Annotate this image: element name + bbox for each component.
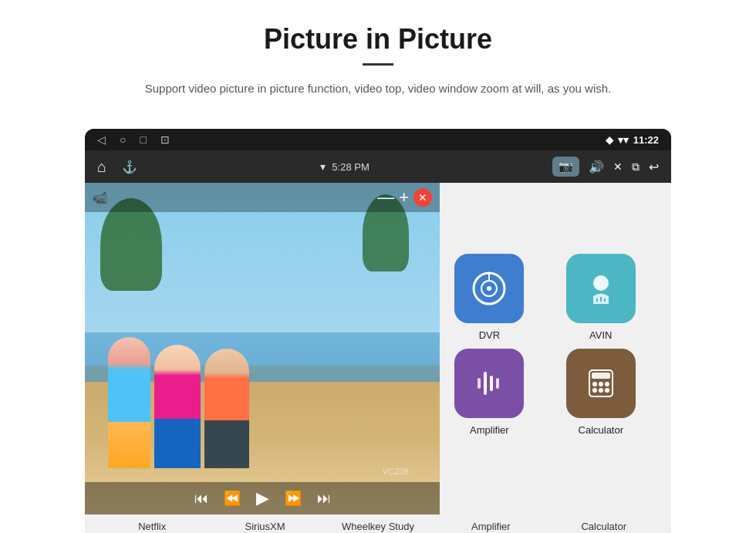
status-bar-right: ◆ ▾▾ 11:22 — [606, 134, 659, 146]
app-bar-right: 📷 🔊 ✕ ⧉ ↩ — [552, 157, 659, 177]
person-3 — [204, 349, 249, 468]
rewind-btn[interactable]: ⏪ — [224, 490, 241, 507]
calculator-icon — [566, 349, 636, 418]
pip-close-icon: ✕ — [418, 191, 427, 204]
calculator-label: Calculator — [579, 424, 624, 436]
svg-rect-11 — [496, 378, 499, 389]
status-time: 11:22 — [633, 134, 659, 146]
pip-button[interactable]: ⧉ — [632, 160, 640, 174]
pip-camera-icon: 📹 — [93, 191, 108, 205]
amplifier-bottom-label: Amplifier — [471, 521, 511, 532]
status-bar: ◁ ○ □ ⊡ ◆ ▾▾ 11:22 — [85, 129, 671, 150]
close-button[interactable]: ✕ — [613, 160, 623, 173]
svg-point-18 — [599, 388, 603, 393]
app-bar-center: ▾ 5:28 PM — [320, 160, 369, 173]
svg-rect-13 — [592, 373, 610, 379]
cast-nav-icon[interactable]: ⊡ — [160, 133, 170, 146]
amplifier-label: Amplifier — [470, 424, 509, 436]
bottom-label-calculator[interactable]: Calculator — [550, 521, 658, 532]
status-bar-nav: ◁ ○ □ ⊡ — [97, 133, 170, 146]
person-2 — [154, 345, 201, 468]
pip-close-btn[interactable]: ✕ — [413, 188, 432, 207]
back-nav-icon[interactable]: ◁ — [97, 133, 106, 146]
app-bar: ⌂ ⚓ ▾ 5:28 PM 📷 🔊 ✕ ⧉ ↩ — [85, 150, 671, 183]
device-frame: ◁ ○ □ ⊡ ◆ ▾▾ 11:22 ⌂ ⚓ ▾ 5:28 PM 📷 🔊 ✕ ⧉… — [85, 129, 671, 533]
svg-point-14 — [592, 382, 597, 386]
netflix-bottom-label: Netflix — [138, 521, 166, 532]
bottom-label-amplifier[interactable]: Amplifier — [437, 521, 545, 532]
avin-label: AVIN — [589, 329, 612, 341]
pip-size-controls: — + ✕ — [377, 187, 432, 207]
bottom-labels: Netflix SiriusXM Wheelkey Study Amplifie… — [85, 514, 671, 533]
svg-rect-9 — [490, 376, 493, 391]
app-item-calculator[interactable]: Calculator — [549, 349, 653, 436]
home-nav-icon[interactable]: ○ — [120, 133, 126, 146]
wifi-icon: ▾ — [320, 160, 326, 173]
app-item-avin[interactable]: AVIN — [549, 254, 653, 341]
people-area — [108, 329, 424, 468]
usb-icon: ⚓ — [122, 160, 137, 174]
title-divider — [363, 63, 393, 66]
pip-control-bar: ⏮ ⏪ ▶ ⏩ ⏭ — [85, 482, 440, 514]
svg-point-4 — [593, 275, 609, 291]
home-icon[interactable]: ⌂ — [97, 158, 106, 176]
siriusxm-bottom-label: SiriusXM — [245, 521, 285, 532]
wheelkey-bottom-label: Wheelkey Study — [342, 521, 414, 532]
page-subtitle: Support video picture in picture functio… — [77, 79, 679, 98]
appbar-time: 5:28 PM — [332, 161, 369, 173]
back-button[interactable]: ↩ — [649, 160, 659, 174]
bottom-label-siriusxm[interactable]: SiriusXM — [211, 521, 319, 532]
app-item-dvr[interactable]: DVR — [437, 254, 541, 341]
bottom-label-wheelkey[interactable]: Wheelkey Study — [324, 521, 432, 532]
camera-button[interactable]: 📷 — [552, 157, 579, 177]
main-content: ○ — [85, 183, 671, 514]
svg-point-19 — [605, 388, 609, 393]
recent-nav-icon[interactable]: □ — [140, 133, 146, 146]
play-btn[interactable]: ▶ — [256, 488, 269, 508]
wifi-status-icon: ▾▾ — [618, 134, 629, 146]
forward-btn[interactable]: ⏩ — [285, 490, 302, 507]
pip-container: 📹 — + ✕ ⏮ ⏪ ▶ ⏩ ⏭ — [85, 183, 440, 514]
calculator-bottom-label: Calculator — [581, 521, 626, 532]
location-icon: ◆ — [606, 134, 613, 146]
svg-point-2 — [487, 286, 491, 291]
volume-button[interactable]: 🔊 — [589, 160, 604, 174]
video-frame: 📹 — + ✕ ⏮ ⏪ ▶ ⏩ ⏭ — [85, 183, 440, 514]
svg-rect-10 — [478, 378, 481, 389]
avin-icon — [566, 254, 636, 323]
dvr-icon — [454, 254, 524, 323]
amplifier-icon — [454, 349, 524, 418]
tree-left — [100, 198, 162, 291]
watermark: VCZ08 — [383, 467, 409, 476]
person-1 — [108, 337, 150, 468]
app-bar-left: ⌂ ⚓ — [97, 158, 137, 176]
svg-rect-8 — [484, 372, 487, 395]
page-title: Picture in Picture — [46, 23, 710, 56]
pip-expand-btn[interactable]: + — [399, 187, 409, 207]
pip-minimize-btn[interactable]: — — [377, 187, 394, 207]
svg-point-17 — [592, 388, 597, 393]
svg-point-16 — [605, 382, 609, 386]
dvr-label: DVR — [479, 329, 500, 341]
pip-top-bar: 📹 — + ✕ — [85, 183, 440, 212]
bottom-label-netflix[interactable]: Netflix — [98, 521, 206, 532]
next-btn[interactable]: ⏭ — [317, 491, 331, 507]
page-header: Picture in Picture Support video picture… — [0, 0, 756, 113]
app-item-amplifier[interactable]: Amplifier — [437, 349, 541, 436]
svg-point-15 — [599, 382, 603, 386]
prev-btn[interactable]: ⏮ — [194, 491, 208, 507]
